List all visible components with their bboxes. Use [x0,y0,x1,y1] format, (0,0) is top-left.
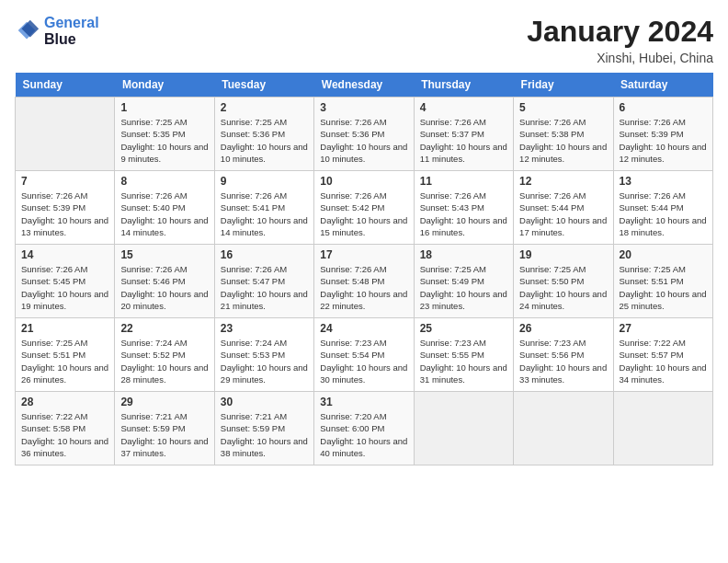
day-number: 14 [21,248,108,261]
day-number: 21 [21,322,108,335]
day-number: 1 [120,101,208,114]
calendar-week-2: 7Sunrise: 7:26 AMSunset: 5:39 PMDaylight… [16,171,713,245]
calendar-cell: 31Sunrise: 7:20 AMSunset: 6:00 PMDayligh… [314,392,414,465]
calendar-cell: 3Sunrise: 7:26 AMSunset: 5:36 PMDaylight… [314,98,414,171]
day-number: 23 [221,322,308,335]
calendar-table: SundayMondayTuesdayWednesdayThursdayFrid… [15,73,713,465]
day-number: 20 [620,248,707,261]
calendar-cell: 8Sunrise: 7:26 AMSunset: 5:40 PMDaylight… [115,171,214,245]
day-info: Sunrise: 7:26 AMSunset: 5:36 PMDaylight:… [320,116,407,165]
day-number: 27 [620,322,707,335]
calendar-cell: 22Sunrise: 7:24 AMSunset: 5:52 PMDayligh… [115,318,214,392]
day-info: Sunrise: 7:22 AMSunset: 5:57 PMDaylight:… [620,337,707,385]
weekday-header-friday: Friday [514,73,613,98]
day-info: Sunrise: 7:26 AMSunset: 5:47 PMDaylight:… [221,263,308,312]
calendar-cell: 2Sunrise: 7:25 AMSunset: 5:36 PMDaylight… [214,98,313,171]
day-info: Sunrise: 7:26 AMSunset: 5:37 PMDaylight:… [420,116,507,165]
calendar-cell: 25Sunrise: 7:23 AMSunset: 5:55 PMDayligh… [414,318,513,392]
day-info: Sunrise: 7:23 AMSunset: 5:54 PMDaylight:… [320,337,407,385]
day-number: 19 [519,248,607,261]
calendar-cell: 10Sunrise: 7:26 AMSunset: 5:42 PMDayligh… [314,171,414,245]
weekday-header-tuesday: Tuesday [214,73,313,98]
day-number: 11 [420,175,507,188]
calendar-cell: 17Sunrise: 7:26 AMSunset: 5:48 PMDayligh… [314,245,414,318]
calendar-cell [414,392,513,465]
calendar-cell: 30Sunrise: 7:21 AMSunset: 5:59 PMDayligh… [214,392,313,465]
day-number: 12 [519,175,607,188]
calendar-cell: 27Sunrise: 7:22 AMSunset: 5:57 PMDayligh… [613,318,712,392]
day-info: Sunrise: 7:26 AMSunset: 5:39 PMDaylight:… [620,116,707,165]
day-info: Sunrise: 7:26 AMSunset: 5:45 PMDaylight:… [21,263,108,312]
day-number: 6 [620,101,707,114]
calendar-week-4: 21Sunrise: 7:25 AMSunset: 5:51 PMDayligh… [16,318,713,392]
day-number: 17 [320,248,407,261]
day-number: 18 [420,248,507,261]
weekday-header-wednesday: Wednesday [314,73,414,98]
day-number: 26 [519,322,607,335]
day-number: 31 [320,396,407,408]
day-info: Sunrise: 7:21 AMSunset: 5:59 PMDaylight:… [120,410,208,459]
calendar-cell: 20Sunrise: 7:25 AMSunset: 5:51 PMDayligh… [613,245,712,318]
day-info: Sunrise: 7:25 AMSunset: 5:49 PMDaylight:… [420,263,507,312]
calendar-week-1: 1Sunrise: 7:25 AMSunset: 5:35 PMDaylight… [16,98,713,171]
day-info: Sunrise: 7:26 AMSunset: 5:43 PMDaylight:… [420,190,507,238]
calendar-cell: 5Sunrise: 7:26 AMSunset: 5:38 PMDaylight… [514,98,613,171]
day-number: 4 [420,101,507,114]
day-number: 25 [420,322,507,335]
day-number: 29 [120,396,208,408]
day-info: Sunrise: 7:26 AMSunset: 5:44 PMDaylight:… [620,190,707,238]
title-block: January 2024 Xinshi, Hubei, China [527,15,713,65]
calendar-cell [613,392,712,465]
day-number: 13 [620,175,707,188]
calendar-cell: 13Sunrise: 7:26 AMSunset: 5:44 PMDayligh… [613,171,712,245]
calendar-cell: 19Sunrise: 7:25 AMSunset: 5:50 PMDayligh… [514,245,613,318]
calendar-cell: 29Sunrise: 7:21 AMSunset: 5:59 PMDayligh… [115,392,214,465]
calendar-week-3: 14Sunrise: 7:26 AMSunset: 5:45 PMDayligh… [16,245,713,318]
day-number: 15 [120,248,208,261]
day-info: Sunrise: 7:25 AMSunset: 5:51 PMDaylight:… [21,337,108,385]
calendar-cell: 11Sunrise: 7:26 AMSunset: 5:43 PMDayligh… [414,171,513,245]
calendar-cell: 9Sunrise: 7:26 AMSunset: 5:41 PMDaylight… [214,171,313,245]
day-info: Sunrise: 7:24 AMSunset: 5:53 PMDaylight:… [221,337,308,385]
calendar-cell: 14Sunrise: 7:26 AMSunset: 5:45 PMDayligh… [16,245,115,318]
day-number: 7 [21,175,108,188]
logo-icon [15,18,40,44]
day-number: 8 [120,175,208,188]
day-info: Sunrise: 7:26 AMSunset: 5:42 PMDaylight:… [320,190,407,238]
calendar-cell: 12Sunrise: 7:26 AMSunset: 5:44 PMDayligh… [514,171,613,245]
day-number: 24 [320,322,407,335]
day-number: 9 [221,175,308,188]
weekday-header-sunday: Sunday [16,73,115,98]
day-info: Sunrise: 7:26 AMSunset: 5:41 PMDaylight:… [221,190,308,238]
day-number: 28 [21,396,108,408]
day-info: Sunrise: 7:25 AMSunset: 5:35 PMDaylight:… [120,116,208,165]
day-info: Sunrise: 7:24 AMSunset: 5:52 PMDaylight:… [120,337,208,385]
weekday-header-saturday: Saturday [613,73,712,98]
day-info: Sunrise: 7:26 AMSunset: 5:46 PMDaylight:… [120,263,208,312]
calendar-cell: 24Sunrise: 7:23 AMSunset: 5:54 PMDayligh… [314,318,414,392]
calendar-cell: 18Sunrise: 7:25 AMSunset: 5:49 PMDayligh… [414,245,513,318]
weekday-header-monday: Monday [115,73,214,98]
calendar-cell: 15Sunrise: 7:26 AMSunset: 5:46 PMDayligh… [115,245,214,318]
calendar-cell [514,392,613,465]
month-title: January 2024 [527,15,713,49]
calendar-cell: 4Sunrise: 7:26 AMSunset: 5:37 PMDaylight… [414,98,513,171]
day-number: 22 [120,322,208,335]
day-number: 3 [320,101,407,114]
day-info: Sunrise: 7:25 AMSunset: 5:51 PMDaylight:… [620,263,707,312]
day-info: Sunrise: 7:26 AMSunset: 5:48 PMDaylight:… [320,263,407,312]
location: Xinshi, Hubei, China [527,51,713,65]
day-number: 16 [221,248,308,261]
calendar-header: SundayMondayTuesdayWednesdayThursdayFrid… [16,73,713,98]
day-info: Sunrise: 7:25 AMSunset: 5:50 PMDaylight:… [519,263,607,312]
page-header: General Blue January 2024 Xinshi, Hubei,… [15,15,713,65]
day-info: Sunrise: 7:21 AMSunset: 5:59 PMDaylight:… [221,410,308,459]
day-number: 30 [221,396,308,408]
calendar-week-5: 28Sunrise: 7:22 AMSunset: 5:58 PMDayligh… [16,392,713,465]
calendar-cell: 26Sunrise: 7:23 AMSunset: 5:56 PMDayligh… [514,318,613,392]
day-info: Sunrise: 7:22 AMSunset: 5:58 PMDaylight:… [21,410,108,459]
calendar-cell: 21Sunrise: 7:25 AMSunset: 5:51 PMDayligh… [16,318,115,392]
day-info: Sunrise: 7:26 AMSunset: 5:39 PMDaylight:… [21,190,108,238]
day-info: Sunrise: 7:23 AMSunset: 5:55 PMDaylight:… [420,337,507,385]
day-info: Sunrise: 7:20 AMSunset: 6:00 PMDaylight:… [320,410,407,459]
